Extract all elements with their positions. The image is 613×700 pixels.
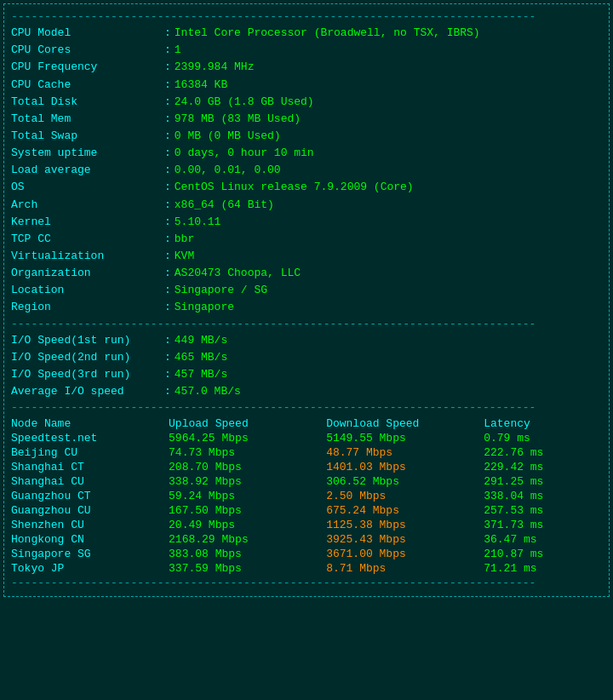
net-download: 5149.55 Mbps xyxy=(326,431,484,445)
sysinfo-value: 0 MB (0 MB Used) xyxy=(175,128,281,145)
sysinfo-label: CPU Cores xyxy=(11,42,164,59)
net-latency: 222.76 ms xyxy=(484,445,602,460)
sysinfo-label: OS xyxy=(11,179,164,196)
sysinfo-colon: : xyxy=(164,197,171,214)
sysinfo-label: Total Disk xyxy=(11,94,164,111)
net-upload: 338.92 Mbps xyxy=(169,474,326,489)
net-download: 675.24 Mbps xyxy=(326,503,484,518)
sysinfo-label: Total Mem xyxy=(11,111,164,128)
net-latency: 257.53 ms xyxy=(484,503,602,518)
net-node: Guangzhou CT xyxy=(11,489,169,503)
sysinfo-value: 5.10.11 xyxy=(175,214,221,231)
divider-net: ----------------------------------------… xyxy=(11,400,602,416)
sysinfo-label: TCP CC xyxy=(11,231,164,248)
sysinfo-value: AS20473 Choopa, LLC xyxy=(175,265,301,282)
io-value: 457 MB/s xyxy=(175,366,227,383)
header-latency: Latency xyxy=(484,416,602,431)
net-node: Tokyo JP xyxy=(11,561,169,576)
io-label: I/O Speed(2nd run) xyxy=(11,349,164,366)
net-node: Shenzhen CU xyxy=(11,518,169,532)
net-upload: 74.73 Mbps xyxy=(169,445,326,460)
sysinfo-colon: : xyxy=(164,179,171,196)
sysinfo-row: Organization : AS20473 Choopa, LLC xyxy=(11,265,602,282)
sysinfo-row: OS : CentOS Linux release 7.9.2009 (Core… xyxy=(11,179,602,196)
sysinfo-row: Arch : x86_64 (64 Bit) xyxy=(11,197,602,214)
sysinfo-row: Location : Singapore / SG xyxy=(11,282,602,299)
sysinfo-label: Load average xyxy=(11,162,164,179)
network-row: Singapore SG 383.08 Mbps 3671.00 Mbps 21… xyxy=(11,547,602,561)
network-row: Shanghai CT 208.70 Mbps 1401.03 Mbps 229… xyxy=(11,460,602,474)
sysinfo-label: CPU Frequency xyxy=(11,59,164,76)
io-row: I/O Speed(1st run) : 449 MB/s xyxy=(11,332,602,349)
sysinfo-row: Total Disk : 24.0 GB (1.8 GB Used) xyxy=(11,94,602,111)
net-latency: 36.47 ms xyxy=(484,532,602,547)
sysinfo-colon: : xyxy=(164,111,171,128)
io-row: I/O Speed(2nd run) : 465 MB/s xyxy=(11,349,602,366)
net-upload: 337.59 Mbps xyxy=(169,561,326,576)
net-upload: 2168.29 Mbps xyxy=(169,532,326,547)
sysinfo-value: 1 xyxy=(175,42,181,59)
sysinfo-label: Region xyxy=(11,299,164,316)
net-upload: 383.08 Mbps xyxy=(169,547,326,561)
sysinfo-colon: : xyxy=(164,42,171,59)
net-node: Speedtest.net xyxy=(11,431,169,445)
network-section: Node Name Upload Speed Download Speed La… xyxy=(11,416,602,576)
sysinfo-value: 16384 KB xyxy=(175,77,227,94)
io-colon: : xyxy=(164,349,171,366)
sysinfo-value: CentOS Linux release 7.9.2009 (Core) xyxy=(175,179,414,196)
net-upload: 59.24 Mbps xyxy=(169,489,326,503)
sysinfo-row: Kernel : 5.10.11 xyxy=(11,214,602,231)
net-latency: 0.79 ms xyxy=(484,431,602,445)
sysinfo-label: Location xyxy=(11,282,164,299)
network-row: Shenzhen CU 20.49 Mbps 1125.38 Mbps 371.… xyxy=(11,518,602,532)
sysinfo-row: CPU Model : Intel Core Processor (Broadw… xyxy=(11,25,602,42)
sysinfo-label: Arch xyxy=(11,197,164,214)
io-label: Average I/O speed xyxy=(11,383,164,400)
sysinfo-value: 24.0 GB (1.8 GB Used) xyxy=(175,94,314,111)
sysinfo-row: CPU Cache : 16384 KB xyxy=(11,77,602,94)
net-upload: 20.49 Mbps xyxy=(169,518,326,532)
net-latency: 210.87 ms xyxy=(484,547,602,561)
network-table-header: Node Name Upload Speed Download Speed La… xyxy=(11,416,602,431)
sysinfo-colon: : xyxy=(164,94,171,111)
net-node: Hongkong CN xyxy=(11,532,169,547)
sysinfo-colon: : xyxy=(164,214,171,231)
network-table: Node Name Upload Speed Download Speed La… xyxy=(11,416,602,576)
sysinfo-label: CPU Model xyxy=(11,25,164,42)
sysinfo-value: 978 MB (83 MB Used) xyxy=(175,111,301,128)
sysinfo-value: 0 days, 0 hour 10 min xyxy=(175,145,314,162)
sysinfo-value: 0.00, 0.01, 0.00 xyxy=(175,162,281,179)
network-row: Hongkong CN 2168.29 Mbps 3925.43 Mbps 36… xyxy=(11,532,602,547)
sysinfo-value: 2399.984 MHz xyxy=(175,59,255,76)
sysinfo-label: Virtualization xyxy=(11,248,164,265)
header-upload: Upload Speed xyxy=(169,416,326,431)
sysinfo-row: TCP CC : bbr xyxy=(11,231,602,248)
sysinfo-value: Intel Core Processor (Broadwell, no TSX,… xyxy=(175,25,480,42)
network-row: Guangzhou CU 167.50 Mbps 675.24 Mbps 257… xyxy=(11,503,602,518)
sysinfo-value: bbr xyxy=(175,231,194,248)
net-download: 1401.03 Mbps xyxy=(326,460,484,474)
io-label: I/O Speed(1st run) xyxy=(11,332,164,349)
net-download: 1125.38 Mbps xyxy=(326,518,484,532)
sysinfo-row: System uptime : 0 days, 0 hour 10 min xyxy=(11,145,602,162)
net-download: 3925.43 Mbps xyxy=(326,532,484,547)
header-download: Download Speed xyxy=(326,416,484,431)
net-latency: 291.25 ms xyxy=(484,474,602,489)
sysinfo-row: Virtualization : KVM xyxy=(11,248,602,265)
sysinfo-value: x86_64 (64 Bit) xyxy=(175,197,274,214)
net-node: Beijing CU xyxy=(11,445,169,460)
sysinfo-row: CPU Cores : 1 xyxy=(11,42,602,59)
sysinfo-colon: : xyxy=(164,299,171,316)
io-section: I/O Speed(1st run) : 449 MB/s I/O Speed(… xyxy=(11,332,602,401)
sysinfo-colon: : xyxy=(164,25,171,42)
network-row: Shanghai CU 338.92 Mbps 306.52 Mbps 291.… xyxy=(11,474,602,489)
sysinfo-value: KVM xyxy=(175,248,194,265)
network-row: Tokyo JP 337.59 Mbps 8.71 Mbps 71.21 ms xyxy=(11,561,602,576)
sysinfo-value: Singapore xyxy=(175,299,234,316)
sysinfo-colon: : xyxy=(164,265,171,282)
io-colon: : xyxy=(164,366,171,383)
net-download: 48.77 Mbps xyxy=(326,445,484,460)
net-download: 8.71 Mbps xyxy=(326,561,484,576)
sysinfo-colon: : xyxy=(164,145,171,162)
io-label: I/O Speed(3rd run) xyxy=(11,366,164,383)
